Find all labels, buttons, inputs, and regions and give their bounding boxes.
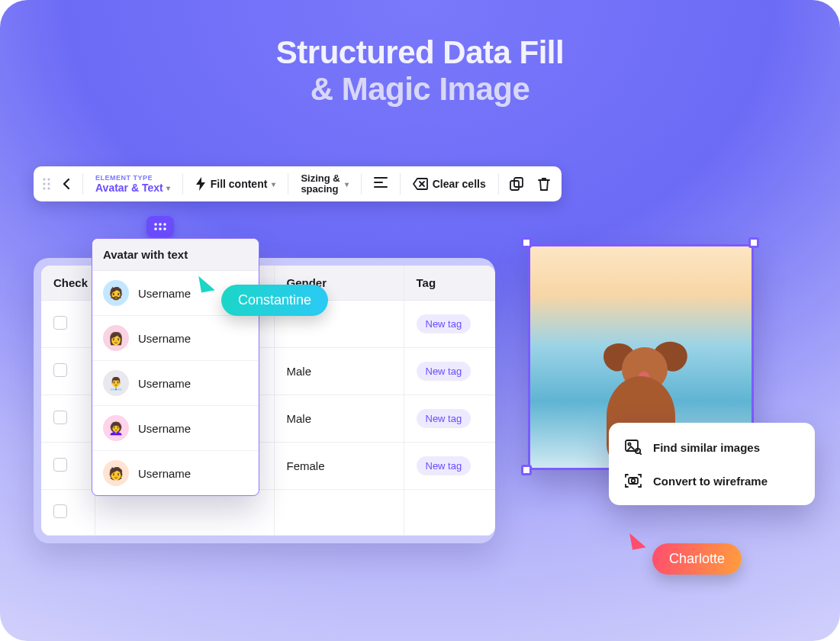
dropdown-item[interactable]: 👩 Username (92, 316, 259, 361)
separator (361, 173, 362, 195)
duplicate-button[interactable] (504, 171, 529, 197)
separator (288, 173, 288, 195)
avatar: 👨‍💼 (103, 370, 129, 396)
checkbox[interactable] (53, 504, 67, 518)
lightning-icon (195, 177, 206, 191)
element-type-label: ELEMENT TYPE (95, 174, 170, 182)
dropdown-item[interactable]: 🧑 Username (92, 451, 259, 495)
svg-line-23 (639, 453, 641, 454)
cell-gender[interactable]: Male (274, 348, 404, 395)
clear-cells-label: Clear cells (433, 178, 486, 190)
svg-point-25 (632, 479, 636, 483)
dropdown-item[interactable]: 👩‍🦱 Username (92, 406, 259, 451)
convert-to-wireframe-item[interactable]: Convert to wireframe (616, 464, 807, 498)
clear-cells-button[interactable]: Clear cells (405, 169, 494, 198)
element-type-selector[interactable]: ELEMENT TYPE Avatar & Text▾ (88, 171, 178, 197)
checkbox[interactable] (53, 458, 67, 472)
sizing-spacing-label-1: Sizing & (301, 173, 340, 184)
svg-point-5 (47, 187, 50, 189)
avatar: 🧑 (103, 460, 129, 486)
separator (82, 173, 83, 195)
dropdown-header: Avatar with text (92, 239, 259, 271)
sizing-spacing-button[interactable]: Sizing & spacing ▾ (293, 169, 356, 198)
find-similar-images-item[interactable]: Find similar images (616, 430, 807, 464)
drag-handle-icon[interactable] (38, 178, 55, 190)
grip-horizontal-icon (154, 223, 166, 230)
separator (182, 173, 183, 195)
avatar: 👩‍🦱 (103, 415, 129, 441)
svg-point-21 (628, 443, 630, 445)
svg-point-15 (159, 223, 162, 226)
fill-content-button[interactable]: Fill content ▾ (188, 169, 284, 198)
tag-pill[interactable]: New tag (417, 409, 471, 428)
collaborator-label-charlotte: Charlotte (652, 543, 742, 575)
align-left-icon (374, 177, 388, 188)
trash-icon (538, 177, 550, 191)
separator (498, 173, 499, 195)
align-button[interactable] (366, 177, 395, 191)
dropdown-item[interactable]: 👨‍💼 Username (92, 361, 259, 406)
checkbox[interactable] (53, 411, 67, 424)
feature-card: Structured Data Fill & Magic Image ELEME… (0, 0, 840, 641)
backspace-icon (413, 178, 428, 190)
camera-scan-icon (624, 472, 642, 490)
svg-point-16 (163, 223, 166, 226)
copy-icon (510, 177, 523, 191)
find-similar-images-label: Find similar images (653, 441, 760, 454)
svg-point-3 (47, 182, 50, 185)
title-line-1: Structured Data Fill (0, 34, 840, 71)
checkbox[interactable] (53, 363, 67, 377)
chevron-down-icon: ▾ (345, 180, 349, 188)
checkbox[interactable] (53, 316, 67, 330)
separator (400, 173, 401, 195)
dropdown-item-label: Username (138, 332, 191, 345)
chevron-down-icon: ▾ (166, 184, 170, 192)
svg-point-14 (154, 223, 157, 226)
dropdown-item-label: Username (138, 377, 191, 390)
convert-to-wireframe-label: Convert to wireframe (653, 475, 768, 488)
svg-point-4 (43, 187, 45, 189)
sizing-spacing-label-2: spacing (301, 184, 340, 195)
dropdown-item-label: Username (138, 467, 191, 480)
toolbar: ELEMENT TYPE Avatar & Text▾ Fill content… (34, 166, 562, 201)
chevron-down-icon: ▾ (272, 180, 275, 188)
delete-button[interactable] (531, 171, 557, 197)
table-row (41, 490, 495, 536)
svg-point-1 (47, 178, 50, 180)
tag-pill[interactable]: New tag (417, 314, 471, 333)
col-header-tag[interactable]: Tag (404, 266, 495, 301)
dropdown-item-label: Username (138, 287, 191, 300)
svg-point-17 (154, 227, 157, 230)
selection-handle-bl[interactable] (521, 465, 532, 475)
tag-pill[interactable]: New tag (417, 362, 471, 381)
cell-gender[interactable]: Male (274, 395, 404, 443)
avatar: 🧔 (103, 280, 129, 306)
image-context-menu: Find similar images Convert to wireframe (609, 423, 815, 505)
svg-point-19 (163, 227, 166, 230)
column-drag-handle[interactable] (146, 216, 174, 237)
tag-pill[interactable]: New tag (417, 456, 471, 475)
cell-gender[interactable]: Female (274, 443, 404, 490)
svg-point-18 (159, 227, 162, 230)
dropdown-item-label: Username (138, 422, 191, 435)
collaborator-label-constantine: Constantine (221, 285, 328, 316)
back-button[interactable] (56, 179, 78, 189)
svg-point-0 (43, 178, 45, 180)
title-line-2: & Magic Image (0, 71, 840, 108)
avatar: 👩 (103, 325, 129, 351)
selection-handle-tl[interactable] (521, 237, 532, 248)
col-header-check[interactable]: Check (41, 266, 95, 301)
svg-point-2 (43, 182, 45, 185)
page-title: Structured Data Fill & Magic Image (0, 34, 840, 108)
avatar-text-dropdown: Avatar with text 🧔 Username 👩 Username 👨… (92, 238, 259, 496)
fill-content-label: Fill content (211, 178, 268, 190)
selection-handle-tr[interactable] (748, 237, 759, 248)
element-type-value: Avatar & Text (95, 182, 163, 194)
image-search-icon (624, 438, 642, 456)
